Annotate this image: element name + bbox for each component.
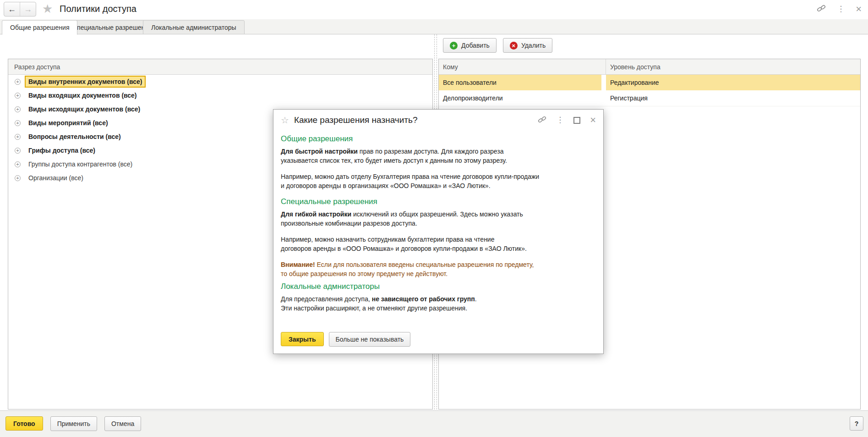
back-button[interactable]: ← — [4, 2, 20, 16]
delete-button[interactable]: × Удалить — [503, 38, 552, 53]
form-command-bar: Готово Применить Отмена ? — [0, 410, 868, 437]
table-row[interactable]: Все пользователи Редактирование — [439, 75, 860, 90]
cancel-button[interactable]: Отмена — [104, 416, 141, 431]
dont-show-again-button[interactable]: Больше не показывать — [329, 332, 411, 347]
which-permissions-dialog: ☆ Какие разрешения назначить? ⋮ × Общие … — [273, 109, 604, 354]
paragraph: Для предоставления доступа, не зависящег… — [281, 294, 596, 313]
warning-text: Внимание! Если для пользователя введены … — [281, 260, 596, 278]
favorite-star-icon[interactable]: ★ — [42, 2, 53, 16]
tree-column-header[interactable]: Разрез доступа — [8, 59, 432, 75]
help-button[interactable]: ? — [850, 416, 863, 431]
dialog-title-bar: ☆ Какие разрешения назначить? ⋮ × — [273, 110, 603, 131]
expand-icon[interactable]: + — [15, 106, 21, 112]
tree-item-label: Грифы доступа (все) — [25, 144, 99, 156]
table-header-row: Кому Уровень доступа — [439, 59, 860, 75]
expand-icon[interactable]: + — [15, 134, 21, 140]
more-menu-icon[interactable]: ⋮ — [837, 5, 845, 14]
tree-item[interactable]: + Виды входящих документов (все) — [8, 89, 432, 102]
expand-icon[interactable]: + — [15, 79, 21, 85]
add-button-label: Добавить — [461, 42, 490, 49]
get-link-icon[interactable] — [817, 4, 826, 15]
table-row[interactable]: Делопроизводители Регистрация — [439, 90, 860, 106]
tab-general-permissions[interactable]: Общие разрешения — [2, 20, 77, 35]
paragraph: Например, можно назначить сотрудникам бу… — [281, 235, 596, 253]
paragraph: Для быстрой настройки прав по разрезам д… — [281, 147, 596, 165]
column-header-who[interactable]: Кому — [439, 59, 606, 74]
apply-button[interactable]: Применить — [50, 416, 97, 431]
tree-item-label: Виды внутренних документов (все) — [25, 76, 146, 88]
page-title: Политики доступа — [60, 4, 136, 14]
tree-item-label: Организации (все) — [25, 172, 87, 184]
dialog-body: Общие разрешения Для быстрой настройки п… — [273, 131, 603, 332]
paragraph: Например, можно дать отделу Бухгалтерия … — [281, 172, 596, 190]
window-title-bar: ← → ★ Политики доступа ⋮ × — [0, 0, 868, 19]
forward-button[interactable]: → — [20, 2, 36, 16]
add-icon: + — [450, 42, 458, 50]
column-gap — [601, 90, 606, 106]
tree-item-label: Группы доступа контрагентов (все) — [25, 158, 136, 170]
tree-item-label: Виды исходящих документов (все) — [25, 103, 144, 115]
history-nav-group: ← → — [4, 2, 36, 17]
tree-item-label: Виды мероприятий (все) — [25, 117, 112, 129]
tree-item-label: Виды входящих документов (все) — [25, 89, 141, 101]
expand-icon[interactable]: + — [15, 175, 21, 181]
add-button[interactable]: + Добавить — [443, 38, 497, 53]
access-policies-window: ← → ★ Политики доступа ⋮ × Общие разреше… — [0, 0, 868, 437]
window-close-icon[interactable]: × — [856, 5, 862, 14]
tab-strip: Общие разрешения Специальные разрешения … — [0, 19, 868, 34]
dialog-button-bar: Закрыть Больше не показывать — [273, 332, 603, 354]
cell-who: Все пользователи — [439, 75, 601, 90]
cell-access-level: Регистрация — [606, 90, 860, 106]
section-heading-general: Общие разрешения — [281, 134, 596, 144]
expand-icon[interactable]: + — [15, 161, 21, 167]
column-gap — [601, 75, 606, 90]
dialog-title: Какие разрешения назначить? — [294, 115, 418, 125]
section-heading-special: Специальные разрешения — [281, 197, 596, 206]
dialog-more-menu-icon[interactable]: ⋮ — [556, 116, 564, 125]
acl-toolbar: + Добавить × Удалить — [443, 38, 552, 53]
section-heading-local-admins: Локальные адмнистраторы — [281, 282, 596, 291]
delete-icon: × — [510, 42, 518, 50]
dialog-favorite-star-icon[interactable]: ☆ — [281, 115, 289, 126]
dialog-get-link-icon[interactable] — [538, 115, 546, 126]
dialog-maximize-icon[interactable] — [573, 117, 580, 124]
tab-local-administrators[interactable]: Локальные администраторы — [143, 20, 245, 34]
cell-who: Делопроизводители — [439, 90, 601, 106]
cell-access-level: Редактирование — [606, 75, 860, 90]
column-header-access-level[interactable]: Уровень доступа — [606, 59, 860, 74]
expand-icon[interactable]: + — [15, 120, 21, 126]
tree-item[interactable]: + Виды внутренних документов (все) — [8, 75, 432, 89]
paragraph: Для гибкой настройки исключений из общих… — [281, 210, 596, 228]
delete-button-label: Удалить — [521, 42, 546, 49]
dialog-close-icon[interactable]: × — [590, 116, 596, 125]
expand-icon[interactable]: + — [15, 93, 21, 99]
expand-icon[interactable]: + — [15, 148, 21, 154]
close-dialog-button[interactable]: Закрыть — [281, 332, 324, 346]
tree-item-label: Вопросы деятельности (все) — [25, 131, 125, 143]
done-button[interactable]: Готово — [5, 416, 43, 431]
